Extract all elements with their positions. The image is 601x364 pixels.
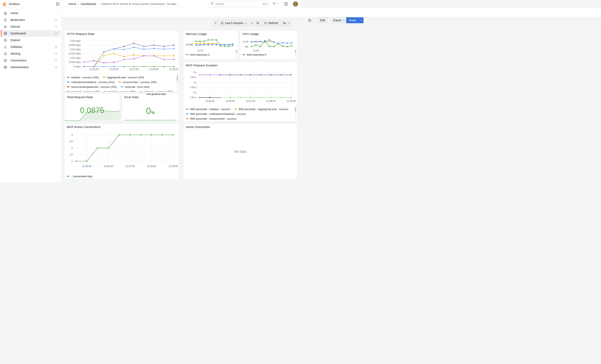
chevron-left-icon [214, 22, 217, 24]
svg-text:12:25:00: 12:25:00 [89, 68, 99, 71]
legend-label: resources/templates/list - success (200) [71, 85, 117, 89]
grafana-logo-icon[interactable] [2, 2, 7, 6]
legend-swatch [119, 82, 121, 82]
search-shortcut: ⌘+k [262, 3, 268, 6]
panel-title[interactable]: Total Request Rate [67, 95, 93, 99]
panel-title[interactable]: Memory Usage [186, 32, 207, 36]
svg-text:0 req/s: 0 req/s [73, 65, 81, 68]
svg-text:12:28:00: 12:28:00 [266, 100, 275, 103]
sidebar-item-bookmarks[interactable]: Bookmarks [1, 17, 61, 23]
search-icon [210, 2, 214, 6]
chart-legend: 95th percentile - initialize - success95… [186, 107, 293, 121]
breadcrumb-current: ToolHive MCP Server & Proxy Runner Dashb… [101, 2, 179, 6]
legend-item[interactable]: tools/call - error (404) [121, 85, 150, 89]
sidebar-item-dashboards[interactable]: Dashboards [1, 30, 61, 37]
svg-text:0.025 req/s: 0.025 req/s [69, 44, 81, 47]
legend-item[interactable]: 95th percentile - resources/list - succe… [186, 117, 236, 120]
legend-item[interactable]: fetch-telemetry-0 [186, 53, 210, 56]
legend-label: 95th percentile - notifications/initiali… [190, 112, 246, 115]
legend-item[interactable]: tools/list - success (200) [104, 90, 136, 92]
svg-text:3.50 s: 3.50 s [190, 86, 197, 89]
time-range-picker[interactable]: Last 5 minutes [218, 20, 249, 26]
mcp-request-duration-chart[interactable]: 5 s4.50 s4 s3.50 s3 s2.50 s12:25:0012:26… [185, 69, 296, 106]
legend-swatch [121, 87, 123, 87]
legend-item[interactable]: resources/list - success (200) [119, 81, 156, 84]
refresh-interval-picker[interactable]: 5s [281, 20, 292, 26]
sidebar-item-explore[interactable]: Explore [1, 37, 61, 43]
legend-item[interactable]: 95th percentile - notifications/initiali… [186, 112, 246, 115]
sidebar-item-alerting[interactable]: Alerting [1, 50, 61, 57]
gear-icon [4, 65, 7, 69]
chart-legend: fetch-telemetry-0 [242, 52, 293, 58]
legend-swatch [140, 91, 142, 92]
legend-item[interactable]: - (streamable-http) [67, 175, 92, 178]
sidebar-nav: HomeBookmarksStarredDashboardsExploreDri… [0, 8, 62, 182]
legend-item[interactable]: 95th percentile - logging/setLevel - suc… [234, 108, 288, 111]
breadcrumb-home[interactable]: Home [69, 2, 76, 6]
search-placeholder: Search... [215, 2, 261, 6]
panel-http-request-rate: HTTP Request Rate 0 req/s0.005 req/s0.01… [64, 30, 179, 92]
legend-item[interactable]: logging/setLevel - success (200) [103, 76, 144, 79]
legend-item[interactable]: notifications/initialized - success (202… [67, 81, 114, 84]
breadcrumb: Home › Dashboards › ToolHive MCP Server … [69, 0, 179, 8]
svg-text:2.5: 2.5 [69, 140, 73, 143]
chevron-down-icon [55, 52, 57, 55]
panel-title[interactable]: Active Goroutines [186, 125, 210, 129]
memory-usage-chart[interactable]: 16 MiB12:25 [185, 37, 237, 52]
sidebar-item-home[interactable]: Home [1, 10, 61, 17]
refresh-icon [264, 22, 267, 25]
panel-title[interactable]: MCP Active Connections [67, 125, 100, 129]
sidebar-item-connections[interactable]: Connections [1, 57, 61, 64]
sidebar-item-label: Drilldown [10, 45, 22, 49]
sidebar-item-administration[interactable]: Administration [1, 64, 61, 70]
legend-label: - (streamable-http) [71, 175, 92, 178]
search-input[interactable]: Search... ⌘+k [208, 1, 270, 7]
legend-swatch [242, 54, 245, 55]
avatar[interactable] [293, 1, 298, 7]
mcp-active-connections-chart[interactable]: 32.521.5112:25:0012:26:0012:27:0012:28:0… [66, 130, 178, 172]
legend-item[interactable]: unknown - success (200) [140, 90, 173, 92]
legend-swatch [67, 87, 70, 87]
chevron-right-icon [250, 22, 253, 24]
sidebar-item-label: Connections [10, 59, 27, 62]
error-rate-sparkline[interactable] [122, 118, 179, 121]
legend-swatch [67, 176, 70, 177]
sidebar-item-starred[interactable]: Starred [1, 23, 61, 30]
time-shift-back-button[interactable] [213, 20, 218, 26]
refresh-label: Refresh [269, 21, 278, 25]
clock-icon [220, 22, 224, 25]
legend-scrollbar-thumb[interactable] [236, 50, 237, 53]
svg-text:0.03 req/s: 0.03 req/s [70, 39, 81, 42]
legend-label: tools/list - success (200) [108, 90, 136, 92]
breadcrumb-dashboards[interactable]: Dashboards [81, 2, 96, 6]
panel-title[interactable]: CPU Usage [242, 32, 259, 36]
legend-item[interactable]: fetch-telemetry-0 [242, 53, 266, 56]
time-shift-forward-button[interactable] [249, 20, 254, 26]
refresh-button[interactable]: Refresh [261, 20, 281, 26]
sidebar-item-drilldown[interactable]: Drilldown [1, 43, 61, 50]
legend-item[interactable]: tools/call - success (200) [67, 90, 100, 92]
zoom-out-button[interactable] [254, 20, 261, 26]
sidebar-collapse-icon[interactable] [56, 2, 60, 6]
new-button[interactable] [272, 2, 279, 5]
http-request-rate-chart[interactable]: 0 req/s0.005 req/s0.01 req/s0.015 req/s0… [66, 37, 178, 74]
help-icon[interactable] [284, 2, 288, 6]
legend-row: - (streamable-http) [67, 174, 175, 179]
legend-row: initialize - success (200)logging/setLev… [67, 75, 175, 80]
legend-scrollbar-thumb[interactable] [177, 75, 178, 81]
legend-item[interactable]: resources/templates/list - success (200) [67, 85, 117, 89]
chevron-down-icon [55, 32, 57, 35]
svg-text:1.5: 1.5 [69, 153, 73, 156]
cpu-usage-chart[interactable]: 0.2%0%12:25 [241, 37, 296, 52]
legend-item[interactable]: 95th percentile - initialize - success [186, 108, 230, 111]
svg-text:12:26:00: 12:26:00 [226, 100, 235, 103]
panel-title[interactable]: Error Rate [124, 95, 139, 99]
legend-item[interactable]: initialize - success (200) [67, 76, 99, 79]
legend-label: notifications/initialized - success (202… [71, 81, 114, 84]
legend-label: logging/setLevel - success (200) [107, 76, 144, 79]
legend-scrollbar-thumb[interactable] [295, 50, 296, 53]
legend-scrollbar-thumb[interactable] [295, 107, 296, 112]
panel-title[interactable]: MCP Request Duration [186, 64, 217, 67]
panel-title[interactable]: HTTP Request Rate [67, 32, 94, 36]
bell-icon [4, 52, 7, 55]
